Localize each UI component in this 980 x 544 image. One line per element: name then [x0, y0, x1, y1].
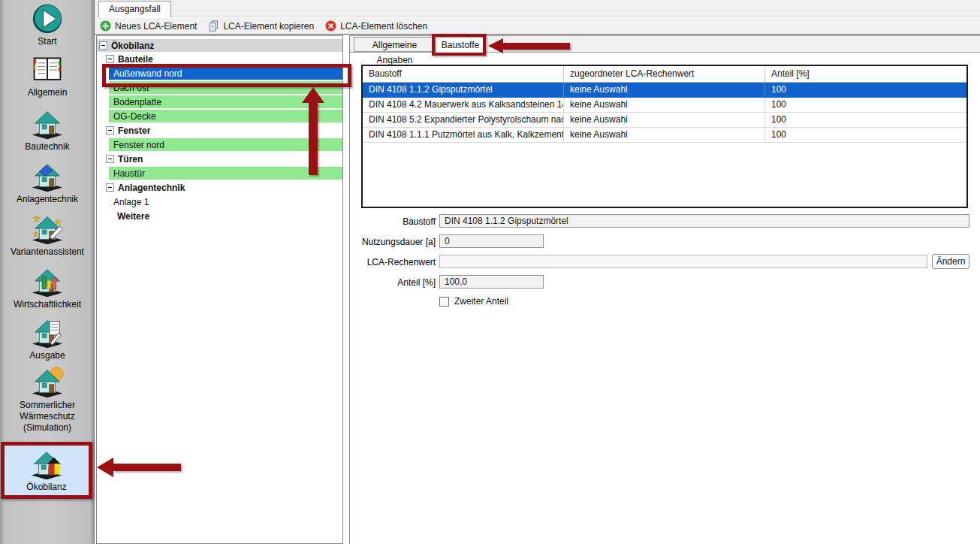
tree-item-highlight[interactable]: Anlage 1 [109, 195, 342, 208]
tree-group-label: Bauteile [118, 54, 153, 65]
add-icon [100, 20, 111, 32]
lca-element-l-schen-button[interactable]: LCA-Element löschen [325, 20, 427, 32]
sidebar-item-allgemein[interactable]: Allgemein [0, 53, 95, 98]
toolbar-button-label: LCA-Element löschen [340, 21, 427, 32]
house-icon [30, 107, 65, 141]
house-solar-icon [30, 159, 65, 194]
start-icon [31, 2, 64, 36]
table-cell: 100 [765, 128, 966, 142]
table-cell: 100 [765, 98, 966, 112]
sidebar-item-bautechnik[interactable]: Bautechnik [0, 107, 95, 153]
tree-group-anlagentechnik[interactable]: Anlagentechnik [97, 180, 342, 195]
table-cell: 100 [765, 83, 966, 97]
tree-group-label: Fenster [118, 125, 150, 136]
notebook-icon [30, 53, 65, 87]
sidebar-item-label: Variantenassistent [9, 246, 86, 258]
anteil-field[interactable]: 100,0 [439, 275, 544, 289]
table-cell: DIN 4108 1.1.1 Putzmörtel aus Kalk, Kalk… [363, 128, 564, 142]
sidebar-item-kobilanz[interactable]: Ökobilanz [1, 442, 92, 499]
detail-panel: Allgemeine Angaben Baustoffe Baustoffzug… [349, 35, 980, 544]
baustoff-label: Baustoff [350, 215, 436, 228]
table-cell: DIN 4108 5.2 Expandierter Polystyrolscha… [363, 113, 564, 127]
materials-table: Baustoffzugeordneter LCA-RechenwertAntei… [361, 65, 968, 208]
table-row-1[interactable]: DIN 4108 1.1.2 Gipsputzmörtelkeine Auswa… [363, 83, 966, 98]
tree-item-label: Bodenplatte [113, 97, 161, 107]
sidebar-item-label: Ökobilanz [25, 482, 68, 493]
tree-item-haust-r[interactable]: Haustür [97, 166, 342, 180]
sidebar-item-label: Wirtschaftlichkeit [12, 299, 83, 310]
delete-icon [325, 20, 336, 32]
house-stars-pen-icon: ★★★ [30, 212, 65, 246]
aendern-button[interactable]: Ändern [932, 254, 969, 269]
sidebar-item-variantenassistent[interactable]: ★★★Variantenassistent [0, 212, 95, 258]
tree-root-label: Ökobilanz [111, 41, 154, 51]
sidebar-item-label: Anlagentechnik [15, 194, 80, 205]
annotation-arrow-baustoffe-shaft [502, 43, 570, 50]
tree-item-label: Fenster nord [113, 140, 164, 150]
table-cell: keine Auswahl [564, 113, 765, 127]
collapse-icon[interactable] [106, 155, 114, 163]
sidebar-item-wirtschaftlichkeit[interactable]: Wirtschaftlichkeit [0, 264, 95, 310]
sidebar-item-label: Sommerlicher Wärmeschutz (Simulation) [0, 400, 95, 434]
sidebar-item-start[interactable]: Start [0, 2, 95, 47]
copy-icon [208, 20, 219, 32]
annotation-box-baustoffe-tab [432, 34, 486, 56]
tab-ausgangsfall[interactable]: Ausgangsfall [98, 1, 171, 17]
collapse-icon[interactable] [106, 55, 114, 63]
neues-lca-element-button[interactable]: Neues LCA-Element [100, 20, 197, 32]
sidebar-item-label: Ausgabe [28, 350, 66, 361]
tab-allgemeine-angaben[interactable]: Allgemeine Angaben [354, 37, 436, 52]
collapse-icon[interactable] [106, 126, 114, 134]
table-header-row: Baustoffzugeordneter LCA-RechenwertAntei… [363, 66, 966, 83]
tree-item-label: Haustür [113, 168, 145, 179]
sidebar: StartAllgemeinBautechnikAnlagentechnik★★… [0, 0, 95, 544]
tree-item-anlage-1[interactable]: Anlage 1 [97, 195, 342, 209]
house-chart-icon [30, 264, 65, 299]
house-sun-icon [30, 365, 65, 400]
annotation-arrow-oekobilanz-head [97, 458, 113, 477]
lca-element-kopieren-button[interactable]: LCA-Element kopieren [208, 20, 314, 32]
tree-item-label: Anlage 1 [113, 197, 149, 207]
collapse-icon[interactable] [106, 183, 114, 192]
house-document-icon [30, 316, 65, 350]
sidebar-item-ausgabe[interactable]: Ausgabe [0, 316, 95, 361]
tree-root-oekobilanz[interactable]: Ökobilanz [97, 39, 342, 52]
table-row-2[interactable]: DIN 4108 4.2 Mauerwerk aus Kalksandstein… [363, 98, 966, 113]
house-flag-icon [29, 447, 64, 482]
collapse-icon[interactable] [99, 41, 107, 50]
document-tabstrip: Ausgangsfall [95, 0, 980, 17]
tree-group-t-ren[interactable]: Türen [97, 152, 342, 166]
svg-text:★: ★ [33, 214, 41, 223]
toolbar-button-label: Neues LCA-Element [115, 21, 197, 32]
nutzungsdauer-field[interactable]: 0 [439, 234, 544, 248]
tree-item-highlight[interactable]: OG-Decke [109, 110, 342, 122]
lca-rechenwert-field[interactable] [439, 255, 927, 268]
column-header-anteil[interactable]: Anteil [%] [765, 66, 966, 82]
lca-rechenwert-label: LCA-Rechenwert [350, 255, 436, 269]
table-row-3[interactable]: DIN 4108 5.2 Expandierter Polystyrolscha… [363, 113, 966, 128]
app-window: { "colors":{ "annotation":"#991114", "se… [0, 0, 980, 544]
column-header-zugeordneter-lca-rechenwert[interactable]: zugeordneter LCA-Rechenwert [564, 66, 765, 82]
annotation-arrow-baustoffe-head [488, 38, 503, 53]
anteil-label: Anteil [%] [350, 276, 436, 289]
tree-item-og-decke[interactable]: OG-Decke [97, 109, 342, 123]
tree-item-highlight[interactable]: Fenster nord [109, 138, 342, 151]
sidebar-item-sommerlicher-w-rmeschutz-simulation[interactable]: Sommerlicher Wärmeschutz (Simulation) [0, 365, 95, 434]
nutzungsdauer-label: Nutzungsdauer [a] [350, 235, 436, 249]
tree-item-fenster-nord[interactable]: Fenster nord [97, 138, 342, 152]
sidebar-item-anlagentechnik[interactable]: Anlagentechnik [0, 159, 95, 205]
table-cell: keine Auswahl [564, 83, 765, 97]
toolbar: Neues LCA-ElementLCA-Element kopierenLCA… [95, 18, 980, 35]
column-header-baustoff[interactable]: Baustoff [363, 66, 564, 82]
tree-group-fenster[interactable]: Fenster [97, 123, 342, 138]
zweiter-anteil-label: Zweiter Anteil [454, 296, 508, 307]
annotation-arrow-tree-head [302, 87, 324, 103]
tree-item-highlight[interactable]: Haustür [109, 167, 342, 180]
annotation-arrow-tree-shaft [309, 102, 318, 175]
toolbar-button-label: LCA-Element kopieren [223, 21, 314, 32]
svg-text:★: ★ [55, 217, 62, 226]
tree-group-weitere[interactable]: Weitere [97, 209, 342, 223]
zweiter-anteil-checkbox[interactable] [439, 297, 449, 307]
table-row-4[interactable]: DIN 4108 1.1.1 Putzmörtel aus Kalk, Kalk… [363, 128, 966, 143]
baustoff-field[interactable]: DIN 4108 1.1.2 Gipsputzmörtel [439, 214, 969, 228]
